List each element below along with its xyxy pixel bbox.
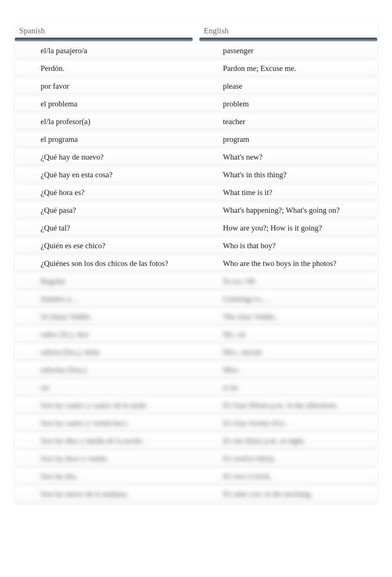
table-row: Se llama Valdés.The class Valdés. — [15, 308, 377, 325]
cell-spanish: el/la profesor(a) — [15, 114, 197, 130]
cell-spanish: ser — [15, 380, 197, 396]
table-row: ¿Qué hora es?What time is it? — [15, 184, 377, 201]
cell-english: It's four fifteen p.m. in the afternoon. — [197, 397, 377, 413]
table-row: ¿Quién es ese chico?Who is that boy? — [15, 237, 377, 254]
cell-english: What's happening?; What's going on? — [197, 202, 377, 218]
table-row: ¿Qué pasa?What's happening?; What's goin… — [15, 202, 377, 219]
cell-english: to be — [197, 380, 377, 396]
cell-english: passenger — [197, 43, 377, 59]
table-row: Son las nueve de la mañana.It's nine a.m… — [15, 485, 377, 502]
cell-english: please — [197, 78, 377, 94]
cell-spanish: Son las cuatro y veinticinco. — [15, 415, 197, 431]
cell-english: Greetings to… — [197, 291, 377, 307]
table-row: Son las cuatro y cuarto de la tarde.It's… — [15, 397, 377, 414]
cell-spanish: Son las doce y veinte. — [15, 451, 197, 467]
cell-english: problem — [197, 96, 377, 112]
cell-english: program — [197, 132, 377, 147]
cell-english: How are you?; How is it going? — [197, 220, 377, 236]
table-row: el/la profesor(a)teacher — [15, 113, 377, 130]
table-row: Saludos a…Greetings to… — [15, 290, 377, 307]
cell-spanish: ¿Qué hay en esta cosa? — [15, 167, 197, 183]
table-row: Perdón.Pardon me; Excuse me. — [15, 60, 377, 77]
table-row: el problemaproblem — [15, 95, 377, 112]
cell-english: It's four twenty-five. — [197, 415, 377, 431]
cell-english: So-so; OK — [197, 273, 377, 289]
cell-english: Who is that boy? — [197, 238, 377, 254]
table-row: serto be — [15, 379, 377, 396]
cell-english: Mr.; sir — [197, 327, 377, 342]
cell-spanish: Son las dos. — [15, 468, 197, 484]
table-header-row: Spanish English — [15, 22, 377, 38]
cell-spanish: Son las nueve de la mañana. — [15, 486, 197, 502]
cell-spanish: Se llama Valdés. — [15, 309, 197, 325]
cell-english: teacher — [197, 114, 377, 130]
cell-english: It's twelve-thirty. — [197, 451, 377, 467]
cell-spanish: señorita (Srta.) — [15, 362, 197, 378]
table-row: ¿Qué tal?How are you?; How is it going? — [15, 219, 377, 236]
cell-english: What time is it? — [197, 185, 377, 201]
cell-english: What's new? — [197, 149, 377, 165]
cell-english: Who are the two boys in the photos? — [197, 256, 377, 272]
cell-spanish: el/la pasajero/a — [15, 43, 197, 59]
table-row: ¿Qué hay de nuevo?What's new? — [15, 148, 377, 165]
cell-english: What's in this thing? — [197, 167, 377, 183]
table-row: ¿Qué hay en esta cosa?What's in this thi… — [15, 166, 377, 183]
cell-english: It's ten thirty p.m. at night. — [197, 433, 377, 449]
cell-spanish: Son las diez y media de la noche. — [15, 433, 197, 449]
column-header-spanish: Spanish — [15, 22, 193, 38]
table-row: el/la pasajero/apassenger — [15, 42, 377, 59]
cell-english: It's nine a.m. in the morning. — [197, 486, 377, 502]
cell-spanish: Regular. — [15, 273, 197, 289]
cell-spanish: por favor — [15, 78, 197, 94]
table-row: Son las cuatro y veinticinco.It's four t… — [15, 414, 377, 431]
cell-spanish: ¿Qué pasa? — [15, 202, 197, 218]
cell-english: The class Valdés. — [197, 309, 377, 325]
header-underline-left — [15, 38, 193, 41]
cell-spanish: Perdón. — [15, 61, 197, 76]
header-underline-row — [15, 38, 377, 41]
cell-spanish: ¿Quiénes son los dos chicos de las fotos… — [15, 256, 197, 272]
cell-spanish: ¿Qué hay de nuevo? — [15, 149, 197, 165]
cell-spanish: señor (Sr.), don — [15, 327, 197, 342]
cell-english: Mrs.; ma'am — [197, 344, 377, 360]
cell-spanish: ¿Quién es ese chico? — [15, 238, 197, 254]
table-row: señor (Sr.), donMr.; sir — [15, 326, 377, 343]
table-body: el/la pasajero/apassengerPerdón.Pardon m… — [15, 42, 377, 502]
table-row: Son las diez y media de la noche.It's te… — [15, 432, 377, 449]
column-header-english: English — [199, 22, 377, 38]
table-row: ¿Quiénes son los dos chicos de las fotos… — [15, 255, 377, 272]
cell-spanish: señora (Sra.), doña — [15, 344, 197, 360]
vocab-table: Spanish English el/la pasajero/apassenge… — [15, 22, 377, 503]
cell-english: Miss — [197, 362, 377, 378]
table-row: Son las doce y veinte.It's twelve-thirty… — [15, 450, 377, 467]
cell-spanish: ¿Qué hora es? — [15, 185, 197, 201]
cell-english: It's two o'clock. — [197, 468, 377, 484]
table-row: señorita (Srta.)Miss — [15, 361, 377, 378]
cell-english: Pardon me; Excuse me. — [197, 61, 377, 76]
table-row: por favorplease — [15, 78, 377, 95]
cell-spanish: el problema — [15, 96, 197, 112]
cell-spanish: ¿Qué tal? — [15, 220, 197, 236]
table-row: Regular.So-so; OK — [15, 273, 377, 290]
table-row: el programaprogram — [15, 131, 377, 148]
header-underline-right — [199, 38, 377, 41]
cell-spanish: Saludos a… — [15, 291, 197, 307]
table-row: Son las dos.It's two o'clock. — [15, 468, 377, 485]
table-row: señora (Sra.), doñaMrs.; ma'am — [15, 344, 377, 361]
cell-spanish: Son las cuatro y cuarto de la tarde. — [15, 397, 197, 413]
cell-spanish: el programa — [15, 132, 197, 147]
